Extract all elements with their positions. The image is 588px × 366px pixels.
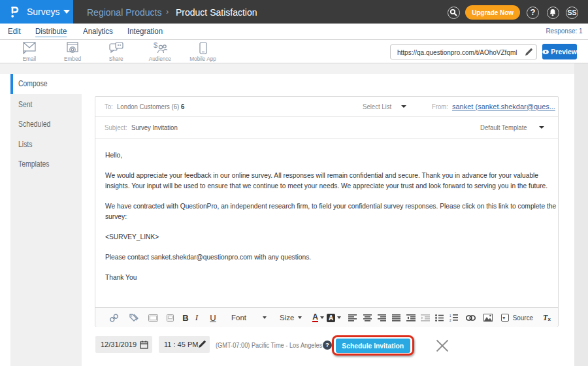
svg-text:1: 1 — [449, 314, 451, 318]
svg-text:▾: ▾ — [502, 315, 505, 321]
svg-text:2: 2 — [449, 319, 451, 322]
svg-text:$: $ — [154, 42, 157, 49]
